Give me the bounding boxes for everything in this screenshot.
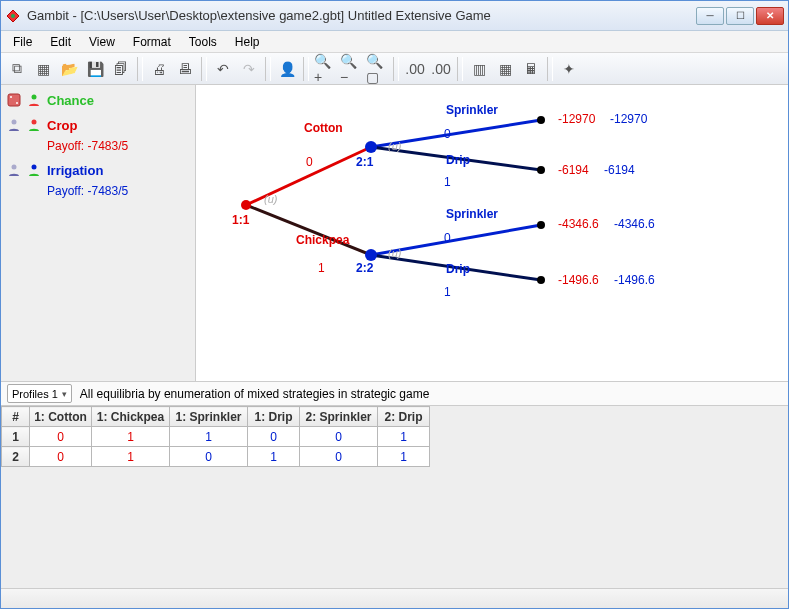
person-icon: [27, 93, 41, 107]
table-header-row: # 1: Cotton 1: Chickpea 1: Sprinkler 1: …: [2, 407, 430, 427]
toolbar-new-table[interactable]: ▦: [31, 57, 55, 81]
svg-point-3: [16, 102, 18, 104]
cell[interactable]: 0: [300, 447, 378, 467]
menu-tools[interactable]: Tools: [181, 33, 225, 51]
col-header[interactable]: 1: Sprinkler: [170, 407, 248, 427]
svg-point-5: [12, 120, 17, 125]
toolbar-new-tree[interactable]: ⧉: [5, 57, 29, 81]
node-u: (u): [264, 193, 277, 205]
person-icon: [27, 118, 41, 132]
game-tree-canvas[interactable]: 1:1 (u) Cotton 0 2:1 (u) Chickpea 1 2:2 …: [196, 85, 788, 381]
toolbar-zoom-out[interactable]: 🔍−: [339, 57, 363, 81]
cell[interactable]: 1: [378, 427, 430, 447]
toolbar-zoom-fit[interactable]: 🔍▢: [365, 57, 389, 81]
maximize-button[interactable]: ☐: [726, 7, 754, 25]
toolbar-print-preview[interactable]: 🖶: [173, 57, 197, 81]
toolbar-separator: [201, 57, 207, 81]
col-header[interactable]: 1: Drip: [248, 407, 300, 427]
cell[interactable]: 1: [92, 447, 170, 467]
menu-file[interactable]: File: [5, 33, 40, 51]
svg-point-16: [365, 141, 377, 153]
svg-point-21: [537, 276, 545, 284]
dice-icon: [7, 93, 21, 107]
toolbar-decimals-less[interactable]: .00: [403, 57, 427, 81]
svg-point-0: [11, 14, 15, 18]
toolbar-separator: [393, 57, 399, 81]
player-name[interactable]: Crop: [47, 118, 77, 133]
toolbar-save[interactable]: 💾: [83, 57, 107, 81]
cell[interactable]: 1: [170, 427, 248, 447]
svg-point-8: [32, 165, 37, 170]
leaf-label: Drip: [446, 153, 470, 167]
payoff-crop: -1496.6: [558, 273, 599, 287]
menu-help[interactable]: Help: [227, 33, 268, 51]
menu-edit[interactable]: Edit: [42, 33, 79, 51]
table-row[interactable]: 1 0 1 1 0 0 1: [2, 427, 430, 447]
toolbar-save-as[interactable]: 🗐: [109, 57, 133, 81]
toolbar-layout-1[interactable]: ▥: [467, 57, 491, 81]
toolbar-undo[interactable]: ↶: [211, 57, 235, 81]
profiles-selector[interactable]: Profiles 1: [7, 384, 72, 403]
person-icon: [7, 163, 21, 177]
col-header[interactable]: 2: Drip: [378, 407, 430, 427]
table-row[interactable]: 2 0 1 0 1 0 1: [2, 447, 430, 467]
toolbar-open[interactable]: 📂: [57, 57, 81, 81]
title-bar: Gambit - [C:\Users\User\Desktop\extensiv…: [1, 1, 788, 31]
player-payoff: Payoff: -7483/5: [47, 139, 189, 153]
payoff-irrig: -12970: [610, 112, 647, 126]
cell[interactable]: 0: [300, 427, 378, 447]
col-header[interactable]: #: [2, 407, 30, 427]
minimize-button[interactable]: ─: [696, 7, 724, 25]
cell[interactable]: 0: [248, 427, 300, 447]
leaf-prob: 0: [444, 231, 451, 245]
cell[interactable]: 1: [248, 447, 300, 467]
toolbar-layout-2[interactable]: ▦: [493, 57, 517, 81]
payoff-crop: -4346.6: [558, 217, 599, 231]
status-bar: [1, 588, 788, 608]
col-header[interactable]: 1: Cotton: [30, 407, 92, 427]
cell[interactable]: 1: [92, 427, 170, 447]
payoff-crop: -12970: [558, 112, 595, 126]
cell[interactable]: 1: [378, 447, 430, 467]
toolbar-add-player[interactable]: 👤: [275, 57, 299, 81]
toolbar-print[interactable]: 🖨: [147, 57, 171, 81]
toolbar-arrange[interactable]: ✦: [557, 57, 581, 81]
svg-point-2: [10, 96, 12, 98]
leaf-label: Drip: [446, 262, 470, 276]
menu-format[interactable]: Format: [125, 33, 179, 51]
person-icon: [7, 118, 21, 132]
toolbar-decimals-more[interactable]: .00: [429, 57, 453, 81]
toolbar-separator: [303, 57, 309, 81]
profiles-selector-label: Profiles 1: [12, 388, 58, 400]
leaf-prob: 0: [444, 127, 451, 141]
col-header[interactable]: 2: Sprinkler: [300, 407, 378, 427]
close-button[interactable]: ✕: [756, 7, 784, 25]
payoff-irrig: -1496.6: [614, 273, 655, 287]
player-row-irrigation[interactable]: Irrigation: [7, 163, 189, 178]
branch-prob: 0: [306, 155, 313, 169]
toolbar-calculator[interactable]: 🖩: [519, 57, 543, 81]
player-sidebar: Chance Crop Payoff: -7483/5 Irrigation P…: [1, 85, 196, 381]
toolbar-separator: [137, 57, 143, 81]
payoff-irrig: -4346.6: [614, 217, 655, 231]
toolbar-redo: ↷: [237, 57, 261, 81]
cell[interactable]: 0: [170, 447, 248, 467]
toolbar-separator: [547, 57, 553, 81]
leaf-label: Sprinkler: [446, 207, 498, 221]
player-name[interactable]: Irrigation: [47, 163, 103, 178]
toolbar-zoom-in[interactable]: 🔍+: [313, 57, 337, 81]
cell[interactable]: 0: [30, 427, 92, 447]
col-header[interactable]: 1: Chickpea: [92, 407, 170, 427]
player-name[interactable]: Chance: [47, 93, 94, 108]
cell[interactable]: 0: [30, 447, 92, 467]
menu-bar: File Edit View Format Tools Help: [1, 31, 788, 53]
leaf-label: Sprinkler: [446, 103, 498, 117]
equilibria-table[interactable]: # 1: Cotton 1: Chickpea 1: Sprinkler 1: …: [1, 406, 430, 467]
svg-point-6: [32, 120, 37, 125]
player-row-crop[interactable]: Crop: [7, 118, 189, 133]
node-id: 2:1: [356, 155, 373, 169]
menu-view[interactable]: View: [81, 33, 123, 51]
node-id: 2:2: [356, 261, 373, 275]
player-row-chance[interactable]: Chance: [7, 93, 189, 108]
payoff-crop: -6194: [558, 163, 589, 177]
